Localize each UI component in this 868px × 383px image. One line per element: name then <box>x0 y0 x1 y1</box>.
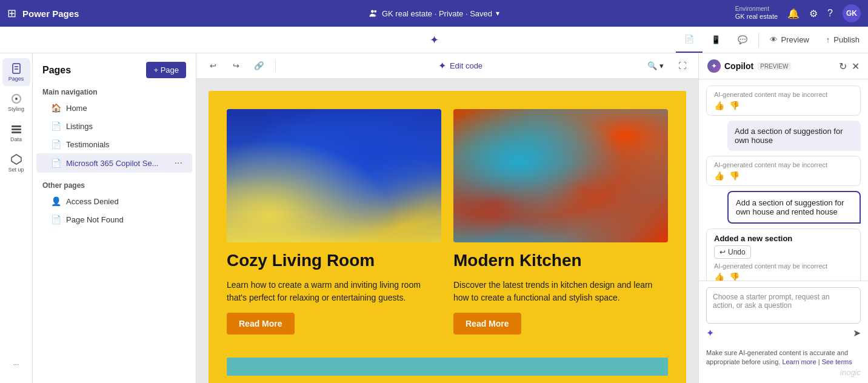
edit-code-button[interactable]: ✦ Edit code <box>431 58 490 74</box>
copilot-refresh-button[interactable]: ↻ <box>839 61 847 72</box>
redo-toolbar-button[interactable]: ↪ <box>227 57 245 75</box>
nav-item-more-button[interactable]: ··· <box>175 158 182 168</box>
icon-bar-styling[interactable]: Styling <box>2 88 30 116</box>
sidebar: Pages + Page Main navigation 🏠 Home 📄 Li… <box>33 53 196 383</box>
nav-label-not-found: Page Not Found <box>66 215 124 224</box>
topbar: ⊞ Power Pages GK real estate · Private ·… <box>0 0 868 27</box>
notification-icon[interactable]: 🔔 <box>787 8 800 19</box>
copilot-footer: Make sure AI-generated content is accura… <box>699 345 868 383</box>
people-icon <box>369 8 378 18</box>
svg-point-0 <box>371 10 374 13</box>
copilot-response-2: Added a new section ↩ Undo AI-generated … <box>706 228 861 281</box>
dropdown-chevron-icon[interactable]: ▾ <box>496 9 499 18</box>
sidebar-item-testimonials[interactable]: 📄 Testimonials <box>36 135 192 153</box>
sparkle-button[interactable]: ✦ <box>706 327 714 339</box>
help-icon[interactable]: ? <box>827 8 833 19</box>
canvas-content: Cozy Living Room Learn how to create a w… <box>196 79 698 383</box>
topbar-center: GK real estate · Private · Saved ▾ <box>369 8 499 18</box>
kitchen-image <box>453 109 668 242</box>
user-message-1: Add a section of suggestion for own hous… <box>727 121 861 151</box>
teal-section-bar <box>227 358 668 376</box>
toolbar-right: 🔍 ▾ <box>643 59 669 73</box>
zoom-button[interactable]: 🔍 ▾ <box>643 59 669 73</box>
thumbs-up-button-1[interactable]: 👍 <box>714 101 724 110</box>
living-room-image <box>227 109 441 242</box>
card-image-kitchen <box>453 109 668 242</box>
svg-rect-8 <box>12 132 21 133</box>
copilot-title: Copilot <box>724 61 753 71</box>
svg-rect-7 <box>12 128 21 130</box>
toolbar-divider <box>275 60 276 72</box>
copilot-input-box[interactable]: Choose a starter prompt, request an acti… <box>706 287 861 324</box>
nav-label-copilot: Microsoft 365 Copilot Se... <box>66 159 170 168</box>
icon-bar-pages[interactable]: Pages <box>2 58 30 86</box>
link-toolbar-button[interactable]: 🔗 <box>250 57 268 75</box>
canvas-area: ↩ ↪ 🔗 ✦ Edit code 🔍 ▾ ⛶ <box>196 53 698 383</box>
more-dots-icon: ··· <box>13 361 18 368</box>
sidebar-item-access-denied[interactable]: 👤 Access Denied <box>36 192 192 210</box>
card-title-kitchen: Modern Kitchen <box>453 251 668 270</box>
divider <box>758 33 759 47</box>
send-button[interactable]: ➤ <box>853 327 861 339</box>
thumbs-up-button-3[interactable]: 👍 <box>714 272 724 281</box>
svg-rect-6 <box>12 125 21 127</box>
undo-button[interactable]: ↩ Undo <box>714 245 751 259</box>
avatar[interactable]: GK <box>843 4 861 22</box>
card-image-living <box>227 109 441 242</box>
sidebar-item-listings[interactable]: 📄 Listings <box>36 117 192 135</box>
settings-icon[interactable]: ⚙ <box>809 8 818 19</box>
pages-tab[interactable]: 📄 <box>676 27 703 53</box>
icon-bar-more[interactable]: ··· <box>2 350 30 378</box>
topbar-right: Environment GK real estate 🔔 ⚙ ? GK <box>735 4 861 22</box>
card-living-room: Cozy Living Room Learn how to create a w… <box>227 109 441 335</box>
nav-label-access-denied: Access Denied <box>66 197 119 206</box>
mobile-icon: 📱 <box>711 35 721 44</box>
icon-bar-data[interactable]: Data <box>2 119 30 147</box>
page-icon-2: 📄 <box>51 139 61 149</box>
read-more-kitchen-button[interactable]: Read More <box>453 313 521 335</box>
secondbar-actions: 📄 📱 💬 👁 Preview ↑ Publish <box>676 27 868 53</box>
fullscreen-button[interactable]: ⛶ <box>673 59 691 73</box>
watermark: inogic <box>706 367 861 378</box>
preview-button[interactable]: 👁 Preview <box>761 27 818 53</box>
copilot-panel: ✦ Copilot PREVIEW ↻ ✕ AI-generated conte… <box>698 53 868 383</box>
icon-bar-setup[interactable]: Set up <box>2 149 30 177</box>
app-title: Power Pages <box>22 8 79 19</box>
publish-button[interactable]: ↑ Publish <box>818 27 868 53</box>
edit-code-icon: ✦ <box>438 60 446 72</box>
page-icon-3: 📄 <box>51 215 61 224</box>
thumbs-up-button-2[interactable]: 👍 <box>714 171 724 181</box>
icon-bar: Pages Styling Data Set up ··· <box>0 53 33 383</box>
see-terms-link[interactable]: See terms <box>822 358 852 365</box>
copilot-response-1: AI-generated content may be incorrect 👍 … <box>706 156 861 186</box>
project-status-bar: ✦ <box>430 33 439 47</box>
thumbs-down-button-1[interactable]: 👎 <box>729 101 739 110</box>
home-icon: 🏠 <box>51 103 61 113</box>
copilot-logo: ✦ <box>707 59 721 73</box>
sidebar-item-copilot[interactable]: 📄 Microsoft 365 Copilot Se... ··· <box>36 153 192 173</box>
copilot-close-button[interactable]: ✕ <box>852 61 860 72</box>
thumbs-down-button-2[interactable]: 👎 <box>729 171 739 181</box>
undo-toolbar-button[interactable]: ↩ <box>204 57 222 75</box>
add-page-button[interactable]: + Page <box>146 62 186 78</box>
copilot-icon-secondbar: ✦ <box>430 33 439 47</box>
mobile-view-btn[interactable]: 📱 <box>703 27 729 53</box>
preview-icon: 👁 <box>770 35 778 44</box>
publish-icon: ↑ <box>826 35 830 44</box>
svg-rect-2 <box>13 64 20 73</box>
read-more-living-button[interactable]: Read More <box>227 313 295 335</box>
waffle-icon[interactable]: ⊞ <box>7 7 16 20</box>
card-title-living: Cozy Living Room <box>227 251 441 270</box>
zoom-icon: 🔍 <box>647 61 657 70</box>
sidebar-item-home[interactable]: 🏠 Home <box>36 99 192 117</box>
sidebar-title: Pages <box>42 65 71 76</box>
svg-point-1 <box>374 10 376 13</box>
chat-btn[interactable]: 💬 <box>729 27 756 53</box>
thumbs-down-button-3[interactable]: 👎 <box>729 272 739 281</box>
nav-label-home: Home <box>66 104 87 113</box>
sidebar-item-not-found[interactable]: 📄 Page Not Found <box>36 210 192 228</box>
copilot-header: ✦ Copilot PREVIEW ↻ ✕ <box>699 53 868 79</box>
project-name: GK real estate · Private · Saved <box>382 9 492 18</box>
copilot-input-placeholder: Choose a starter prompt, request an acti… <box>713 293 838 310</box>
learn-more-link[interactable]: Learn more <box>782 358 816 365</box>
